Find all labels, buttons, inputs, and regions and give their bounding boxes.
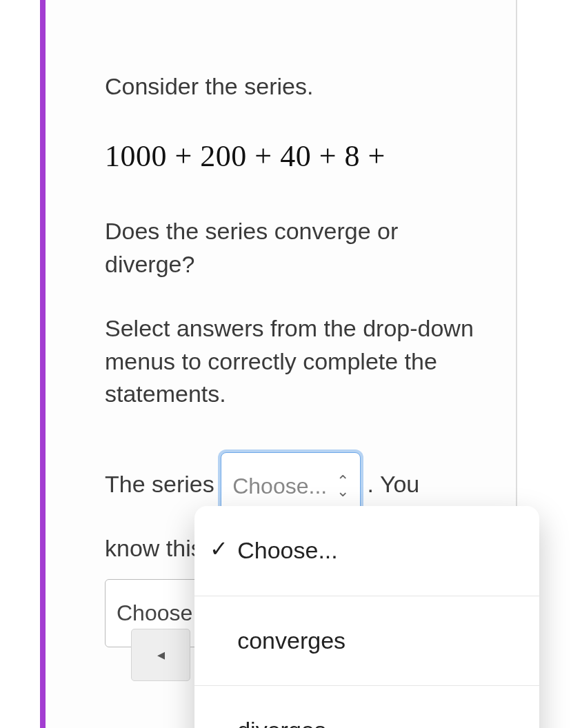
sentence-part2: . You: [368, 471, 420, 497]
series-expression: 1000 + 200 + 40 + 8 +: [105, 139, 483, 174]
dropdown1-option-converges[interactable]: converges: [194, 596, 539, 687]
sentence-part1: The series: [105, 471, 214, 497]
question-body: Consider the series. 1000 + 200 + 40 + 8…: [46, 0, 516, 661]
prompt-text: Consider the series.: [105, 69, 483, 104]
dropdown1-menu: Choose... converges diverges: [194, 506, 539, 728]
question-card: Consider the series. 1000 + 200 + 40 + 8…: [40, 0, 517, 728]
triangle-left-icon: ◂: [157, 646, 165, 664]
dropdown1-option-placeholder[interactable]: Choose...: [194, 506, 539, 596]
updown-icon: ⌃⌄: [337, 476, 349, 497]
question-text: Does the series converge or diverge?: [105, 215, 483, 281]
dropdown1-option-diverges[interactable]: diverges: [194, 686, 539, 728]
answer-sentence: The series Choose... ⌃⌄ Choose... conver…: [105, 452, 483, 647]
prev-button[interactable]: ◂: [131, 629, 190, 681]
instruction-text: Select answers from the drop-down menus …: [105, 312, 483, 411]
sentence-part3: know this: [105, 535, 203, 561]
dropdown1-label: Choose...: [232, 460, 327, 513]
dropdown1-wrapper: Choose... ⌃⌄ Choose... converges diverge…: [221, 452, 361, 520]
